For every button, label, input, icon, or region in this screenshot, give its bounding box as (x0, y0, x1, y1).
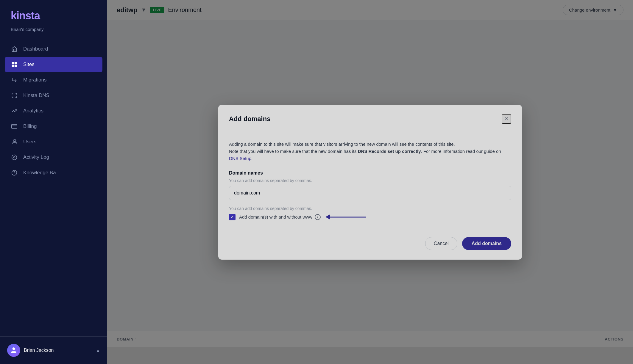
svg-rect-0 (12, 62, 14, 65)
description-end: . (251, 156, 252, 161)
sidebar-item-label-dashboard: Dashboard (23, 46, 48, 52)
modal-title: Add domains (229, 115, 270, 123)
sidebar-item-analytics[interactable]: Analytics (0, 103, 107, 119)
svg-rect-3 (15, 65, 17, 67)
dns-records-bold: DNS Records set up correctly (358, 149, 421, 154)
kinsta-logo: kinsta (11, 10, 96, 22)
modal-description: Adding a domain to this site will make s… (229, 141, 511, 162)
arrow-line (330, 216, 366, 217)
sidebar-item-dashboard[interactable]: Dashboard (0, 41, 107, 57)
www-checkbox-label: Add domain(s) with and without www i (239, 214, 321, 220)
add-domains-modal: Add domains × Adding a domain to this si… (218, 105, 522, 260)
description-text-1: Adding a domain to this site will make s… (229, 142, 455, 147)
sidebar-item-users[interactable]: Users (0, 134, 107, 150)
svg-rect-2 (12, 65, 14, 67)
svg-point-8 (14, 157, 15, 158)
www-checkbox[interactable]: ✓ (229, 214, 236, 220)
activity-log-icon (11, 154, 18, 161)
arrow-head-icon (325, 214, 330, 220)
billing-icon (11, 123, 18, 130)
sidebar-item-label-users: Users (23, 139, 36, 145)
modal-header: Add domains × (218, 105, 522, 131)
sidebar-item-knowledge-base[interactable]: Knowledge Ba... (0, 165, 107, 181)
add-domains-button[interactable]: Add domains (462, 237, 511, 250)
sidebar-item-label-analytics: Analytics (23, 108, 43, 114)
sidebar-item-activity-log[interactable]: Activity Log (0, 150, 107, 165)
user-name: Brian Jackson (24, 348, 54, 353)
sidebar-item-sites[interactable]: Sites (5, 57, 102, 72)
migrations-icon (11, 76, 18, 84)
input-hint-2: You can add domains separated by commas. (229, 206, 511, 211)
user-profile[interactable]: Brian Jackson ▲ (0, 336, 107, 364)
checkbox-label-text: Add domain(s) with and without www (239, 214, 312, 219)
modal-overlay: Add domains × Adding a domain to this si… (107, 0, 633, 364)
sidebar-item-billing[interactable]: Billing (0, 119, 107, 134)
sidebar-item-label-migrations: Migrations (23, 77, 46, 83)
sidebar-item-label-sites: Sites (23, 62, 35, 68)
modal-body: Adding a domain to this site will make s… (218, 131, 522, 230)
dns-icon (11, 92, 18, 99)
sidebar-item-label-knowledge-base: Knowledge Ba... (23, 170, 60, 176)
close-icon: × (505, 115, 508, 122)
domain-names-label: Domain names (229, 170, 511, 176)
modal-footer: Cancel Add domains (218, 230, 522, 260)
sidebar-item-label-billing: Billing (23, 123, 37, 129)
main-content-area: editwp ▼ LIVE Environment Change environ… (107, 0, 633, 364)
arrow-annotation (330, 216, 366, 217)
sidebar: kinsta Brian's company Dashboard (0, 0, 107, 364)
sidebar-item-migrations[interactable]: Migrations (0, 72, 107, 88)
cancel-button[interactable]: Cancel (425, 237, 457, 250)
checkmark-icon: ✓ (230, 215, 234, 219)
input-hint: You can add domains separated by commas. (229, 178, 511, 183)
user-chevron-icon: ▲ (96, 348, 100, 353)
sidebar-item-label-kinsta-dns: Kinsta DNS (23, 92, 49, 98)
sidebar-item-kinsta-dns[interactable]: Kinsta DNS (0, 88, 107, 103)
sidebar-item-label-activity-log: Activity Log (23, 154, 49, 160)
description-text-3: . For more information read our guide on (421, 149, 501, 154)
domain-input[interactable] (229, 186, 511, 200)
description-text-2: Note that you will have to make sure tha… (229, 149, 358, 154)
sidebar-navigation: Dashboard Sites Migrations (0, 39, 107, 336)
avatar (7, 344, 20, 357)
svg-point-6 (13, 140, 15, 142)
analytics-icon (11, 107, 18, 114)
svg-point-7 (12, 155, 17, 160)
sidebar-logo-area: kinsta (0, 0, 107, 27)
checkbox-area: ✓ Add domain(s) with and without www i (229, 214, 511, 220)
knowledge-base-icon (11, 169, 18, 176)
svg-rect-1 (15, 62, 17, 65)
svg-rect-4 (12, 124, 17, 128)
info-icon[interactable]: i (315, 214, 321, 220)
svg-point-11 (13, 347, 15, 350)
company-name: Brian's company (0, 27, 107, 39)
users-icon (11, 138, 18, 145)
sites-icon (11, 61, 18, 68)
modal-close-button[interactable]: × (502, 114, 511, 124)
dns-setup-link[interactable]: DNS Setup (229, 156, 251, 161)
home-icon (11, 46, 18, 53)
